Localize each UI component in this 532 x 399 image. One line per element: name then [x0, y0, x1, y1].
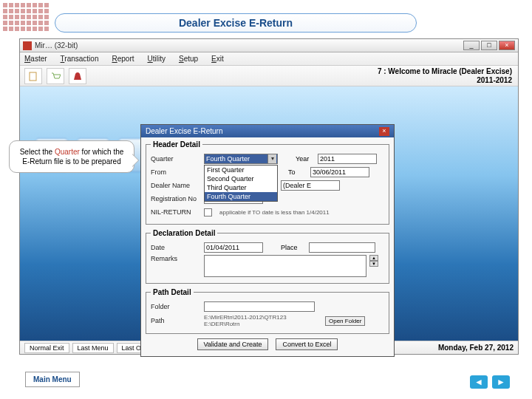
chevron-down-icon: ▾ — [267, 154, 276, 163]
status-last-menu[interactable]: Last Menu — [72, 343, 114, 353]
quarter-option[interactable]: Fourth Quarter — [205, 192, 277, 201]
dealer-name-field[interactable]: (Dealer E — [281, 180, 340, 191]
decorative-dots — [3, 3, 49, 31]
close-button[interactable]: × — [499, 41, 515, 50]
year-field[interactable]: 2011 — [318, 154, 377, 164]
menu-exit[interactable]: Exit — [211, 55, 224, 63]
dialog-title: Dealer Excise E-Return — [146, 127, 222, 135]
decl-date-field[interactable]: 01/04/2011 — [204, 242, 263, 253]
toolbar-new-icon[interactable] — [24, 68, 42, 84]
menu-report[interactable]: Report — [112, 55, 134, 63]
quarter-select[interactable]: Fourth Quarter ▾ First Quarter Second Qu… — [204, 154, 278, 164]
nil-return-note: applicable if TO date is less than 1/4/2… — [219, 209, 330, 216]
window-title: Mir… (32-bit) — [35, 41, 460, 50]
folder-field[interactable] — [204, 301, 315, 312]
menu-utility[interactable]: Utility — [148, 55, 166, 63]
folder-label: Folder — [151, 303, 201, 310]
from-label: From — [151, 168, 201, 176]
menubar: Master Transaction Report Utility Setup … — [20, 52, 518, 66]
to-label: To — [288, 168, 307, 176]
quarter-option[interactable]: First Quarter — [205, 166, 277, 174]
to-field[interactable]: 30/06/2011 — [310, 167, 369, 177]
dialog-close-icon[interactable]: × — [379, 127, 389, 136]
declaration-legend: Declaration Detail — [151, 229, 217, 237]
nav-arrows: ◄ ► — [470, 375, 510, 389]
validate-create-button[interactable]: Validate and Create — [197, 338, 269, 350]
path-legend: Path Detail — [151, 288, 194, 296]
svg-rect-0 — [30, 72, 36, 81]
toolbar: 7 : Welcome to Miracle (Dealer Excise)20… — [20, 66, 518, 86]
status-date: Monday, Feb 27, 2012 — [438, 344, 514, 352]
slide-title-bar: Dealer Excise E-Return — [55, 13, 417, 33]
ereturn-dialog: Dealer Excise E-Return × Header Detail Q… — [140, 124, 395, 357]
minimize-button[interactable]: _ — [463, 41, 480, 50]
next-arrow-icon[interactable]: ► — [492, 375, 510, 389]
main-menu-button[interactable]: Main Menu — [25, 372, 80, 387]
place-label: Place — [281, 244, 306, 251]
window-titlebar: Mir… (32-bit) _ □ × — [20, 39, 518, 52]
quarter-option[interactable]: Second Quarter — [205, 174, 277, 183]
year-label: Year — [296, 155, 315, 163]
decl-date-label: Date — [151, 244, 201, 251]
slide-title-text: Dealer Excise E-Return — [179, 17, 293, 29]
dealer-name-label: Dealer Name — [151, 182, 201, 189]
status-normal-exit[interactable]: Normal Exit — [24, 343, 69, 353]
header-detail-group: Header Detail Quarter Fourth Quarter ▾ F… — [146, 140, 389, 225]
quarter-option[interactable]: Third Quarter — [205, 183, 277, 192]
nil-return-label: NIL-RETURN — [151, 208, 201, 216]
open-folder-button[interactable]: Open Folder — [325, 316, 365, 326]
toolbar-cart-icon[interactable] — [47, 68, 64, 84]
registration-label: Registration No — [151, 195, 201, 202]
menu-setup[interactable]: Setup — [179, 55, 198, 63]
nil-return-checkbox[interactable] — [204, 208, 212, 216]
prev-arrow-icon[interactable]: ◄ — [470, 375, 488, 389]
header-legend: Header Detail — [151, 140, 202, 149]
place-field[interactable] — [309, 242, 375, 253]
app-icon — [23, 41, 32, 50]
declaration-detail-group: Declaration Detail Date 01/04/2011 Place… — [146, 229, 389, 284]
toolbar-bag-icon[interactable] — [69, 68, 86, 84]
menu-transaction[interactable]: Transaction — [61, 55, 99, 63]
callout-bubble: Select the Quarter for which the E-Retur… — [9, 140, 134, 173]
path-detail-group: Path Detail Folder Path E:\MirERtn\2011-… — [146, 288, 389, 334]
dialog-titlebar: Dealer Excise E-Return × — [141, 125, 394, 137]
path-value: E:\MirERtn\2011-2012\QTR123 E:\DER\Rotrn — [204, 314, 322, 327]
remarks-label: Remarks — [151, 255, 201, 262]
remarks-spinner[interactable]: ▲▼ — [369, 255, 378, 267]
quarter-dropdown: First Quarter Second Quarter Third Quart… — [204, 165, 278, 202]
quarter-label: Quarter — [151, 155, 201, 163]
remarks-textarea[interactable] — [204, 255, 366, 277]
menu-master[interactable]: Master — [24, 55, 47, 63]
convert-excel-button[interactable]: Convert to Excel — [276, 338, 338, 350]
path-label: Path — [151, 317, 201, 324]
welcome-text: 7 : Welcome to Miracle (Dealer Excise)20… — [378, 67, 512, 85]
maximize-button[interactable]: □ — [481, 41, 497, 50]
